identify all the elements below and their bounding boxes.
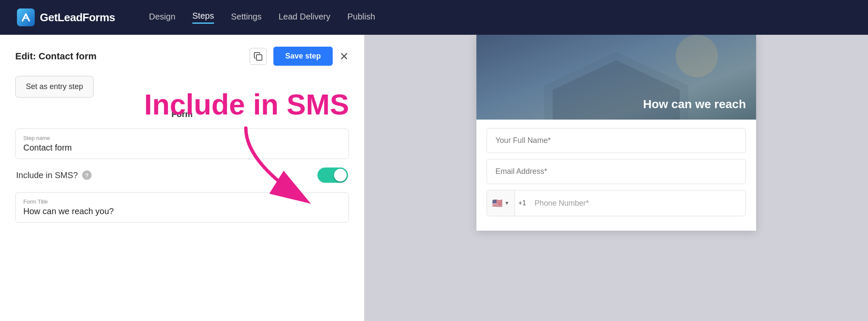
logo-icon — [17, 8, 35, 26]
nav-lead-delivery[interactable]: Lead Delivery — [278, 12, 330, 23]
logo-text: GetLeadForms — [40, 11, 115, 24]
step-name-field: Step name — [15, 128, 349, 159]
include-sms-text: Include in SMS? — [16, 170, 78, 180]
include-sms-toggle[interactable] — [317, 167, 348, 183]
logo-area: GetLeadForms — [17, 8, 115, 26]
step-name-input[interactable] — [23, 143, 341, 153]
main-header: GetLeadForms Design Steps Settings Lead … — [0, 0, 868, 35]
copy-icon-button[interactable] — [250, 48, 267, 65]
preview-form: 🇺🇸 ▼ +1 Phone Number* — [476, 120, 756, 231]
form-title-field: Form Title — [15, 192, 349, 223]
phone-flag-selector[interactable]: 🇺🇸 ▼ — [487, 190, 515, 216]
nav-design[interactable]: Design — [149, 12, 175, 23]
help-icon[interactable]: ? — [82, 170, 92, 180]
svg-rect-0 — [256, 55, 262, 60]
panel-title: Edit: Contact form — [15, 51, 97, 62]
form-title-label: Form Title — [23, 198, 341, 205]
include-sms-row: Include in SMS? ? — [15, 167, 349, 183]
preview-card: How can we reach 🇺🇸 ▼ +1 Phone Number* — [476, 35, 756, 231]
nav-publish[interactable]: Publish — [347, 12, 375, 23]
step-name-label: Step name — [23, 135, 341, 141]
preview-header-title: How can we reach — [487, 98, 746, 111]
panel-actions: Save step ✕ — [250, 47, 349, 66]
right-panel: How can we reach 🇺🇸 ▼ +1 Phone Number* — [364, 35, 868, 321]
form-title-input[interactable] — [23, 207, 341, 216]
panel-header: Edit: Contact form Save step ✕ — [15, 47, 349, 66]
toggle-thumb — [334, 169, 347, 181]
preview-phone-placeholder: Phone Number* — [529, 191, 746, 215]
nav-settings[interactable]: Settings — [231, 12, 262, 23]
phone-country-code: +1 — [515, 192, 529, 215]
svg-point-4 — [676, 35, 718, 77]
main-nav: Design Steps Settings Lead Delivery Publ… — [149, 11, 376, 24]
entry-step-button[interactable]: Set as entry step — [15, 76, 94, 98]
main-container: Edit: Contact form Save step ✕ Set as en… — [0, 35, 868, 321]
chevron-down-icon: ▼ — [504, 200, 509, 206]
preview-phone-row: 🇺🇸 ▼ +1 Phone Number* — [487, 190, 746, 216]
form-section-label: Form — [15, 109, 349, 119]
preview-email-input[interactable] — [487, 159, 746, 184]
nav-steps[interactable]: Steps — [192, 11, 214, 24]
preview-full-name-input[interactable] — [487, 128, 746, 153]
preview-header-image: How can we reach — [476, 35, 756, 120]
save-step-button[interactable]: Save step — [273, 47, 333, 66]
left-panel: Edit: Contact form Save step ✕ Set as en… — [0, 35, 364, 321]
flag-emoji: 🇺🇸 — [492, 198, 503, 208]
copy-icon — [253, 52, 263, 61]
include-sms-label: Include in SMS? ? — [16, 170, 92, 180]
close-button[interactable]: ✕ — [339, 51, 349, 62]
toggle-track — [317, 167, 348, 183]
